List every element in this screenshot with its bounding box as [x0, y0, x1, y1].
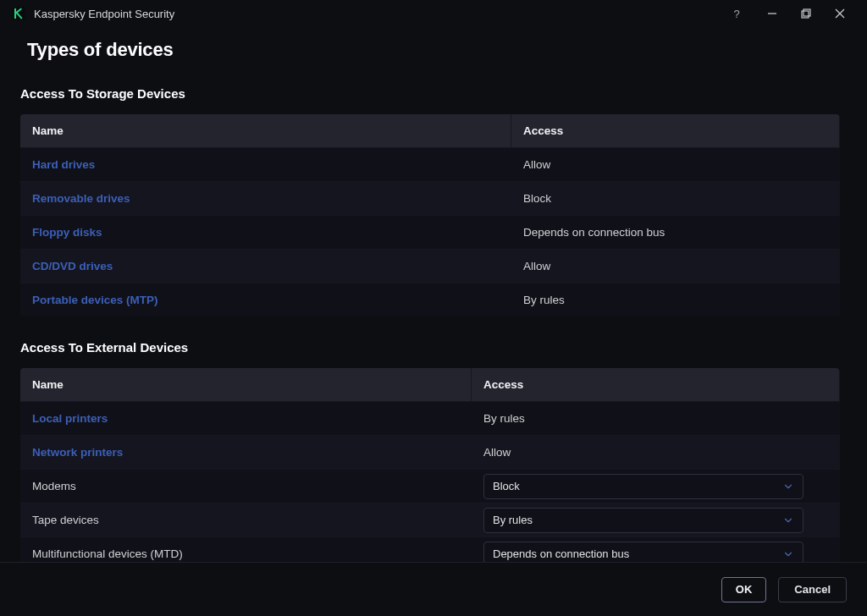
table-row: Floppy disksDepends on connection bus [20, 215, 840, 249]
close-button[interactable] [823, 2, 857, 25]
table-row: Tape devicesBy rules [20, 503, 840, 536]
chevron-down-icon [782, 548, 794, 560]
app-logo-icon [12, 7, 25, 20]
device-link[interactable]: Portable devices (MTP) [32, 294, 158, 306]
access-text: Allow [483, 446, 511, 459]
device-link[interactable]: Network printers [32, 446, 123, 459]
access-select[interactable]: Block [483, 474, 803, 499]
table-row: Network printersAllow [20, 435, 840, 469]
access-select-value: Depends on connection bus [493, 547, 629, 560]
minimize-icon [767, 8, 777, 19]
device-link[interactable]: Hard drives [32, 158, 95, 171]
device-name-cell: Floppy disks [20, 215, 511, 249]
storage-col-access[interactable]: Access [511, 114, 815, 147]
access-text: Allow [523, 158, 550, 171]
external-col-access[interactable]: Access [472, 368, 815, 401]
device-name-cell: Removable drives [20, 181, 511, 215]
row-end [815, 536, 840, 562]
device-name-cell: Network printers [20, 435, 472, 469]
table-row: Removable drivesBlock [20, 181, 840, 215]
table-row: Portable devices (MTP)By rules [20, 283, 840, 316]
svg-rect-0 [12, 7, 25, 20]
row-end [815, 147, 840, 181]
table-row: Hard drivesAllow [20, 147, 840, 181]
device-label: Multifunctional devices (MTD) [32, 547, 183, 560]
svg-rect-3 [803, 9, 810, 16]
device-name-cell: CD/DVD drives [20, 249, 511, 283]
dialog-footer: OK Cancel [0, 562, 867, 616]
device-name-cell: Multifunctional devices (MTD) [20, 536, 472, 562]
device-link[interactable]: CD/DVD drives [32, 260, 113, 272]
page-title: Types of devices [27, 39, 847, 61]
maximize-icon [801, 8, 811, 19]
access-select[interactable]: By rules [483, 508, 803, 533]
access-select-value: Block [493, 480, 520, 492]
device-link[interactable]: Local printers [32, 412, 108, 425]
access-select[interactable]: Depends on connection bus [483, 542, 803, 563]
help-button[interactable]: ? [721, 2, 752, 25]
svg-rect-2 [802, 11, 809, 18]
section-title-external: Access To External Devices [20, 340, 847, 355]
device-access-cell: By rules [472, 503, 815, 536]
chevron-down-icon [782, 514, 794, 526]
row-end [815, 469, 840, 503]
row-end [815, 503, 840, 536]
access-text: By rules [523, 294, 565, 306]
external-col-end [815, 368, 840, 401]
app-title: Kaspersky Endpoint Security [34, 8, 174, 20]
section-title-storage: Access To Storage Devices [20, 86, 847, 101]
titlebar: Kaspersky Endpoint Security ? [0, 0, 867, 27]
device-access-cell: Allow [511, 147, 815, 181]
device-label: Modems [32, 480, 76, 492]
row-end [815, 215, 840, 249]
device-name-cell: Tape devices [20, 503, 472, 536]
device-name-cell: Portable devices (MTP) [20, 283, 511, 316]
device-access-cell: Block [511, 181, 815, 215]
close-icon [835, 8, 845, 19]
ok-button[interactable]: OK [721, 577, 767, 602]
storage-col-name[interactable]: Name [20, 114, 511, 147]
device-name-cell: Hard drives [20, 147, 511, 181]
access-text: By rules [483, 412, 525, 425]
minimize-button[interactable] [755, 2, 789, 25]
access-select-value: By rules [493, 514, 533, 526]
device-access-cell: Depends on connection bus [472, 536, 815, 562]
row-end [815, 401, 840, 435]
storage-col-end [815, 114, 840, 147]
device-access-cell: Block [472, 469, 815, 503]
device-link[interactable]: Floppy disks [32, 226, 102, 239]
device-access-cell: By rules [472, 401, 815, 435]
device-name-cell: Local printers [20, 401, 472, 435]
external-col-name[interactable]: Name [20, 368, 472, 401]
device-link[interactable]: Removable drives [32, 192, 130, 205]
device-access-cell: By rules [511, 283, 815, 316]
device-access-cell: Depends on connection bus [511, 215, 815, 249]
cancel-button[interactable]: Cancel [778, 577, 847, 602]
device-name-cell: Modems [20, 469, 472, 503]
external-devices-table: Name Access Local printersBy rulesNetwor… [20, 368, 840, 562]
access-text: Allow [523, 260, 550, 272]
content-scroll[interactable]: Types of devices Access To Storage Devic… [0, 27, 867, 562]
row-end [815, 283, 840, 316]
device-label: Tape devices [32, 514, 99, 526]
table-row: ModemsBlock [20, 469, 840, 503]
device-access-cell: Allow [511, 249, 815, 283]
table-row: CD/DVD drivesAllow [20, 249, 840, 283]
device-access-cell: Allow [472, 435, 815, 469]
access-text: Depends on connection bus [523, 226, 665, 239]
row-end [815, 181, 840, 215]
storage-devices-table: Name Access Hard drivesAllowRemovable dr… [20, 114, 840, 316]
maximize-button[interactable] [789, 2, 823, 25]
table-row: Multifunctional devices (MTD)Depends on … [20, 536, 840, 562]
table-row: Local printersBy rules [20, 401, 840, 435]
row-end [815, 249, 840, 283]
row-end [815, 435, 840, 469]
chevron-down-icon [782, 481, 794, 492]
help-icon: ? [733, 8, 739, 20]
access-text: Block [523, 192, 551, 205]
